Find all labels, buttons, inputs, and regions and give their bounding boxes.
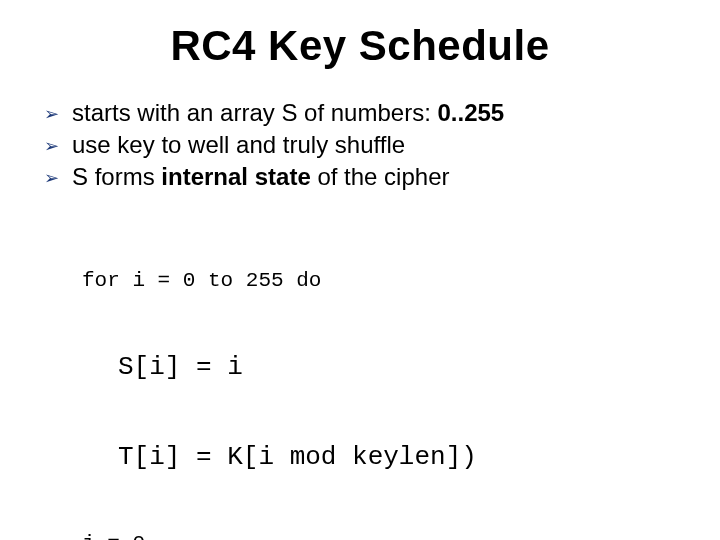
code-line: for i = 0 to 255 do — [82, 268, 680, 294]
list-item: ➢ S forms internal state of the cipher — [44, 162, 680, 192]
bullet-text: use key to well and truly shuffle — [72, 130, 405, 160]
code-line: j = 0 — [82, 531, 680, 540]
text-bold: internal state — [161, 163, 310, 190]
list-item: ➢ use key to well and truly shuffle — [44, 130, 680, 160]
code-line: S[i] = i — [82, 351, 680, 384]
list-item: ➢ starts with an array S of numbers: 0..… — [44, 98, 680, 128]
bullet-text: S forms internal state of the cipher — [72, 162, 449, 192]
slide: RC4 Key Schedule ➢ starts with an array … — [0, 0, 720, 540]
bullet-text: starts with an array S of numbers: 0..25… — [72, 98, 504, 128]
text-bold: 0..255 — [437, 99, 504, 126]
text-run: of the cipher — [311, 163, 450, 190]
bullet-list: ➢ starts with an array S of numbers: 0..… — [40, 98, 680, 192]
code-line: T[i] = K[i mod keylen]) — [82, 441, 680, 474]
chevron-right-icon: ➢ — [44, 130, 72, 158]
slide-title: RC4 Key Schedule — [40, 22, 680, 70]
code-block: for i = 0 to 255 do S[i] = i T[i] = K[i … — [82, 210, 680, 540]
chevron-right-icon: ➢ — [44, 162, 72, 190]
chevron-right-icon: ➢ — [44, 98, 72, 126]
text-run: starts with an array S of numbers: — [72, 99, 437, 126]
text-run: S forms — [72, 163, 161, 190]
